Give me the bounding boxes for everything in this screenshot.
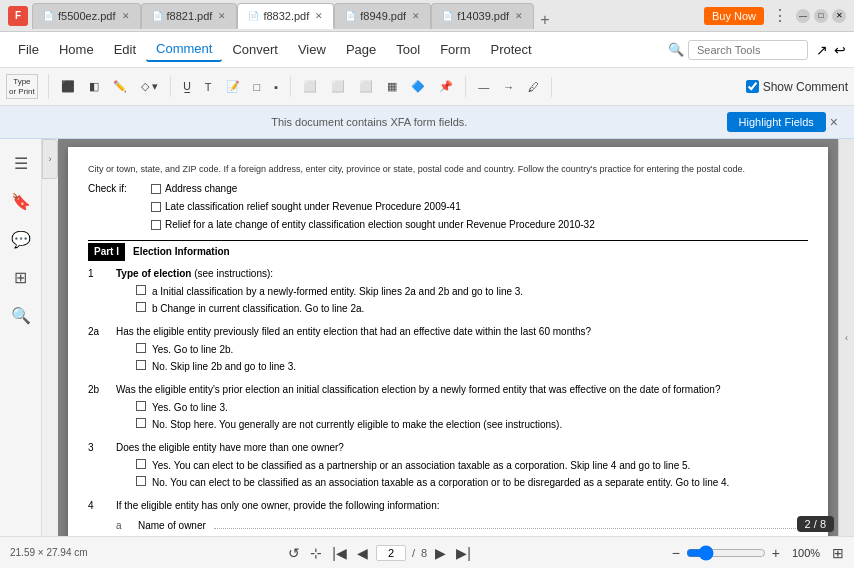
toolbar-shape-btn-4[interactable]: ▦ bbox=[381, 76, 403, 97]
show-comment-section: Show Comment bbox=[746, 80, 848, 94]
zoom-slider[interactable] bbox=[686, 545, 766, 561]
menu-home[interactable]: Home bbox=[49, 38, 104, 61]
tab-close-2[interactable]: ✕ bbox=[218, 11, 226, 21]
show-comment-label: Show Comment bbox=[763, 80, 848, 94]
item-2b-yes-row: Yes. Go to line 3. bbox=[136, 401, 720, 415]
close-button[interactable]: ✕ bbox=[832, 9, 846, 23]
next-page-button[interactable]: ▶ bbox=[433, 543, 448, 563]
notification-close-button[interactable]: × bbox=[826, 114, 842, 130]
menu-tool[interactable]: Tool bbox=[386, 38, 430, 61]
zoom-controls: − + 100% ⊞ bbox=[672, 545, 844, 561]
toolbar-shape-btn-3[interactable]: ⬜ bbox=[353, 76, 379, 97]
tab-close-3[interactable]: ✕ bbox=[315, 11, 323, 21]
item-3-num: 3 bbox=[88, 441, 108, 493]
sidebar-search-icon[interactable]: 🔍 bbox=[5, 299, 37, 331]
highlight-fields-button[interactable]: Highlight Fields bbox=[727, 112, 826, 132]
menu-edit[interactable]: Edit bbox=[104, 38, 146, 61]
item-2a-no-checkbox[interactable] bbox=[136, 360, 146, 370]
toolbar-shape-btn-2[interactable]: ⬜ bbox=[325, 76, 351, 97]
item-2a-yes-checkbox[interactable] bbox=[136, 343, 146, 353]
maximize-button[interactable]: □ bbox=[814, 9, 828, 23]
toolbar-btn-2[interactable]: ◧ bbox=[83, 76, 105, 97]
document-area[interactable]: City or town, state, and ZIP code. If a … bbox=[58, 139, 838, 536]
check-option-3-checkbox[interactable] bbox=[151, 220, 161, 230]
toolbar-text-btn[interactable]: T bbox=[199, 77, 218, 97]
prev-page-button[interactable]: ◀ bbox=[355, 543, 370, 563]
share-icon[interactable]: ↗ bbox=[816, 42, 828, 58]
notification-bar: This document contains XFA form fields. … bbox=[0, 106, 854, 139]
tab-f8949[interactable]: 📄 f8949.pdf ✕ bbox=[334, 3, 431, 29]
more-options-button[interactable]: ⋮ bbox=[768, 6, 792, 25]
menu-bar: File Home Edit Comment Convert View Page… bbox=[0, 32, 854, 68]
tab-f5500ez[interactable]: 📄 f5500ez.pdf ✕ bbox=[32, 3, 141, 29]
zoom-out-button[interactable]: − bbox=[672, 545, 680, 561]
tab-f8821[interactable]: 📄 f8821.pdf ✕ bbox=[141, 3, 238, 29]
toolbar-note-btn[interactable]: 📝 bbox=[220, 76, 246, 97]
zoom-in-button[interactable]: + bbox=[772, 545, 780, 561]
toolbar-line-btn[interactable]: — bbox=[472, 77, 495, 97]
toolbar-shape-btn-5[interactable]: 🔷 bbox=[405, 76, 431, 97]
add-tab-button[interactable]: + bbox=[534, 11, 555, 29]
toolbar-shape-btn-1[interactable]: ⬜ bbox=[297, 76, 323, 97]
rotate-button[interactable]: ↺ bbox=[286, 543, 302, 563]
search-input[interactable] bbox=[688, 40, 808, 60]
item-3-no-checkbox[interactable] bbox=[136, 476, 146, 486]
item-2b-no-checkbox[interactable] bbox=[136, 418, 146, 428]
left-collapse-toggle[interactable]: › bbox=[42, 139, 58, 179]
tab-close-4[interactable]: ✕ bbox=[412, 11, 420, 21]
check-option-2-checkbox[interactable] bbox=[151, 202, 161, 212]
tabs-container: 📄 f5500ez.pdf ✕ 📄 f8821.pdf ✕ 📄 f8832.pd… bbox=[32, 3, 704, 29]
part-title: Election Information bbox=[133, 245, 230, 259]
item-1b-checkbox[interactable] bbox=[136, 302, 146, 312]
menu-comment[interactable]: Comment bbox=[146, 37, 222, 62]
sidebar-menu-icon[interactable]: ☰ bbox=[5, 147, 37, 179]
current-page-input[interactable] bbox=[376, 545, 406, 561]
document-size: 21.59 × 27.94 cm bbox=[10, 547, 88, 558]
check-option-1-checkbox[interactable] bbox=[151, 184, 161, 194]
toolbar-shape-btn-6[interactable]: 📌 bbox=[433, 76, 459, 97]
item-3-yes-checkbox[interactable] bbox=[136, 459, 146, 469]
last-page-button[interactable]: ▶| bbox=[454, 543, 473, 563]
toolbar-underline-btn[interactable]: U̲ bbox=[177, 76, 197, 97]
toolbar-btn-4[interactable]: ◇ ▾ bbox=[135, 76, 164, 97]
bottom-bar: 21.59 × 27.94 cm ↺ ⊹ |◀ ◀ / 8 ▶ ▶| − + 1… bbox=[0, 536, 854, 568]
item-2b-yes-checkbox[interactable] bbox=[136, 401, 146, 411]
toolbar-btn-1[interactable]: ⬛ bbox=[55, 76, 81, 97]
fit-page-button[interactable]: ⊞ bbox=[832, 545, 844, 561]
menu-view[interactable]: View bbox=[288, 38, 336, 61]
toolbar-btn-3[interactable]: ✏️ bbox=[107, 76, 133, 97]
menu-file[interactable]: File bbox=[8, 38, 49, 61]
toolbar-group-3: ⬜ ⬜ ⬜ ▦ 🔷 📌 bbox=[297, 76, 466, 97]
toolbar-stamp-btn[interactable]: 🖊 bbox=[522, 77, 545, 97]
tab-f8832[interactable]: 📄 f8832.pdf ✕ bbox=[237, 3, 334, 29]
sidebar-comment-icon[interactable]: 💬 bbox=[5, 223, 37, 255]
tab-f14039[interactable]: 📄 f14039.pdf ✕ bbox=[431, 3, 534, 29]
menu-convert[interactable]: Convert bbox=[222, 38, 288, 61]
item-4-question: If the eligible entity has only one owne… bbox=[116, 499, 808, 513]
sidebar-bookmark-icon[interactable]: 🔖 bbox=[5, 185, 37, 217]
item-4-row: 4 If the eligible entity has only one ow… bbox=[88, 499, 808, 536]
item-1a-checkbox[interactable] bbox=[136, 285, 146, 295]
sidebar-pages-icon[interactable]: ⊞ bbox=[5, 261, 37, 293]
first-page-button[interactable]: |◀ bbox=[330, 543, 349, 563]
minimize-button[interactable]: — bbox=[796, 9, 810, 23]
menu-protect[interactable]: Protect bbox=[480, 38, 541, 61]
tab-close-5[interactable]: ✕ bbox=[515, 11, 523, 21]
title-bar: F 📄 f5500ez.pdf ✕ 📄 f8821.pdf ✕ 📄 f8832.… bbox=[0, 0, 854, 32]
show-comment-checkbox[interactable] bbox=[746, 80, 759, 93]
buy-now-button[interactable]: Buy Now bbox=[704, 7, 764, 25]
item-3-yes-text: Yes. You can elect to be classified as a… bbox=[152, 459, 690, 473]
item-4a-label: a bbox=[116, 519, 130, 533]
right-collapse-toggle[interactable]: ‹ bbox=[838, 139, 854, 536]
zoom-level: 100% bbox=[786, 547, 826, 559]
tab-close-1[interactable]: ✕ bbox=[122, 11, 130, 21]
item-1b-text: b Change in current classification. Go t… bbox=[152, 302, 364, 316]
toolbar-arrow-btn[interactable]: → bbox=[497, 77, 520, 97]
menu-page[interactable]: Page bbox=[336, 38, 386, 61]
cursor-button[interactable]: ⊹ bbox=[308, 543, 324, 563]
undo-icon[interactable]: ↩ bbox=[834, 42, 846, 58]
menu-form[interactable]: Form bbox=[430, 38, 480, 61]
page-separator: / bbox=[412, 547, 415, 559]
toolbar-rect-btn[interactable]: □ bbox=[248, 77, 267, 97]
toolbar-filled-rect-btn[interactable]: ▪ bbox=[268, 77, 284, 97]
